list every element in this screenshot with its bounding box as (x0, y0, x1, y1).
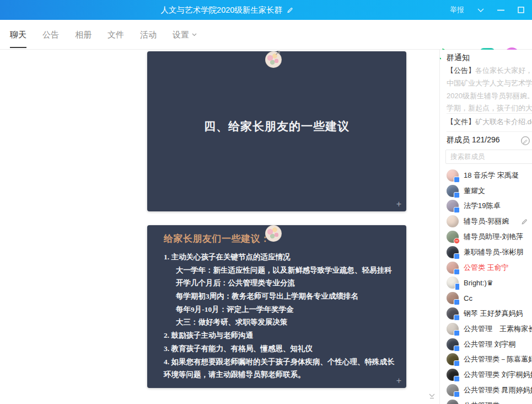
member-row[interactable]: 公共管理类 刘宇桐妈妈 (441, 367, 532, 382)
member-name: 兼职辅导员-张彬朋 (464, 247, 523, 257)
tabbar: 聊天 公告 相册 文件 活动 设置 (0, 20, 532, 50)
member-avatar (447, 292, 459, 304)
slide-image-1[interactable]: 四、给家长朋友的一些建议 + (147, 51, 406, 211)
slide2-line-text: 2. 鼓励孩子主动与老师沟通 (164, 331, 253, 339)
member-row[interactable]: 钢琴 王好梦真妈妈 (441, 306, 532, 321)
report-button[interactable]: 举报 (450, 5, 464, 15)
online-badge (454, 376, 460, 382)
tab-settings[interactable]: 设置 (173, 20, 197, 50)
member-avatar (447, 277, 459, 289)
minimize-button[interactable] (497, 9, 504, 11)
member-name: 公共管理类 (464, 401, 499, 404)
online-badge (455, 283, 460, 290)
manage-members-icon[interactable] (520, 136, 530, 148)
slide2-line: 2. 鼓励孩子主动与老师沟通 (147, 329, 406, 342)
member-name: 公共管理类 刘宇桐妈妈 (464, 370, 532, 380)
zoom-plus-icon[interactable]: + (396, 200, 401, 209)
member-avatar (447, 384, 459, 396)
tab-settings-label: 设置 (173, 30, 189, 40)
zoom-plus-icon[interactable]: + (396, 376, 401, 385)
member-row[interactable]: 公管类 王俞宁 (441, 260, 532, 275)
online-badge (454, 269, 460, 275)
slide2-line-text: 每学期初3周内：教务老师可导出上学期各专业成绩排名 (176, 292, 358, 300)
member-avatar (447, 353, 459, 365)
member-row[interactable]: Bright:)♛ (441, 275, 532, 291)
chevron-down-icon[interactable] (477, 8, 484, 12)
group-title-wrap: 人文与艺术学院2020级新生家长群 (161, 0, 294, 20)
slide2-line-text: 大三：做好考研、求职等发展决策 (176, 318, 288, 326)
member-name: 钢琴 王好梦真妈妈 (464, 309, 523, 318)
member-avatar (447, 400, 459, 404)
member-list: 18 音乐学 宋禹凝 董耀文 法学19陈卓 辅导员-郭丽婉 (441, 168, 532, 404)
slide2-line: 环境等问题，请主动跟辅导员郭老师联系。 (147, 368, 406, 381)
member-name: Bright:)♛ (464, 279, 493, 287)
expand-arrow-icon[interactable] (274, 50, 281, 59)
slide2-title: 给家长朋友们一些建议： (164, 232, 270, 245)
member-avatar (447, 200, 459, 212)
member-name: 辅导员-郭丽婉 (464, 216, 509, 226)
member-row[interactable]: 公共管理类 (441, 398, 532, 404)
slide2-line-text: 3. 教育孩子有能力、有格局、懂感恩、知礼仪 (164, 344, 313, 353)
member-avatar (447, 307, 459, 320)
file-link[interactable]: 【文件】矿大联名卡介绍.doc (447, 117, 532, 127)
tab-announcements[interactable]: 公告 (42, 20, 59, 50)
slide2-line: 大一学年：新生适应性问题，以及新鲜感导致学业疏忽、轻易挂科 (147, 264, 406, 277)
online-badge (454, 315, 460, 321)
announcement-label: 【公告】 (447, 66, 475, 75)
member-edit-icon[interactable] (521, 218, 528, 225)
member-row[interactable]: 辅导员-郭丽婉 (441, 214, 532, 229)
tab-files[interactable]: 文件 (108, 20, 124, 50)
member-row[interactable]: 董耀文 (441, 183, 532, 199)
member-row[interactable]: 公共管理类 晁雨婷妈妈 (441, 382, 532, 398)
edit-title-icon[interactable] (286, 7, 293, 14)
member-row[interactable]: 公共管理 刘宇桐 (441, 337, 532, 352)
member-name: 公管类 王俞宁 (464, 263, 509, 273)
slide2-line: 每年9月-10月：评定上一学年奖学金 (147, 303, 406, 316)
announcement-preview[interactable]: 【公告】各位家长大家好，我是中国矿业大学人文与艺术学院2020级新生辅导员郭丽婉… (447, 65, 532, 115)
member-name: 18 音乐学 宋禹凝 (464, 171, 519, 180)
member-avatar (447, 323, 459, 335)
chat-area: 四、给家长朋友的一些建议 + 给家长朋友们一些建议： 1. 主动关心孩子在关键节… (0, 50, 439, 404)
slide2-line: 开学几个月后：公共管理类专业分流 (147, 277, 406, 290)
window-controls: 举报 (450, 0, 524, 20)
online-badge (454, 177, 460, 183)
maximize-button[interactable] (518, 7, 524, 13)
slide2-line: 3. 教育孩子有能力、有格局、懂感恩、知礼仪 (147, 342, 406, 355)
member-row[interactable]: 法学19陈卓 (441, 199, 532, 214)
file-name: 矿大联名卡介绍.doc (475, 118, 532, 126)
tab-chat[interactable]: 聊天 (10, 20, 26, 50)
slide2-lines: 1. 主动关心孩子在关键节点的适应情况 大一学年：新生适应性问题，以及新鲜感导致… (147, 251, 406, 381)
scroll-to-bottom-icon[interactable] (428, 392, 436, 402)
avatar[interactable] (265, 225, 282, 242)
member-row[interactable]: 公共管理类－陈嘉蕙妈妈 (441, 352, 532, 368)
slide-image-2[interactable]: 给家长朋友们一些建议： 1. 主动关心孩子在关键节点的适应情况 大一学年：新生适… (147, 225, 406, 388)
slide1-title: 四、给家长朋友的一些建议 (147, 119, 406, 134)
member-avatar (447, 169, 459, 182)
member-row[interactable]: Cc (441, 290, 532, 306)
slide2-line-text: 环境等问题，请主动跟辅导员郭老师联系。 (164, 370, 305, 379)
search-members-input[interactable] (445, 150, 532, 164)
member-name: 公共管理类 晁雨婷妈妈 (464, 385, 532, 395)
member-avatar (447, 338, 459, 350)
member-row[interactable]: 18 音乐学 宋禹凝 (441, 168, 532, 183)
member-row[interactable]: 兼职辅导员-张彬朋 (441, 244, 532, 260)
sidebar: 群通知 【公告】各位家长大家好，我是中国矿业大学人文与艺术学院2020级新生辅导… (441, 50, 532, 404)
member-name: 公共管理 王素梅家长 (464, 324, 532, 334)
tabs: 聊天 公告 相册 文件 活动 设置 (10, 20, 197, 50)
panel-divider (439, 50, 440, 404)
member-row[interactable]: 公共管理 王素梅家长 (441, 321, 532, 337)
online-badge (454, 345, 460, 352)
tab-activities[interactable]: 活动 (140, 20, 157, 50)
online-badge (454, 253, 460, 259)
member-name: 公共管理 刘宇桐 (464, 339, 516, 349)
tab-album[interactable]: 相册 (75, 20, 92, 50)
file-label: 【文件】 (447, 118, 475, 126)
slide2-line-text: 1. 主动关心孩子在关键节点的适应情况 (164, 253, 291, 261)
online-badge (454, 360, 460, 366)
online-badge (454, 330, 460, 336)
member-row[interactable]: 辅导员助理-刘艳萍 (441, 229, 532, 244)
slide2-line: 每学期初3周内：教务老师可导出上学期各专业成绩排名 (147, 290, 406, 303)
member-name: 法学19陈卓 (464, 201, 500, 211)
member-avatar (447, 369, 459, 381)
member-name: 辅导员助理-刘艳萍 (464, 232, 523, 242)
